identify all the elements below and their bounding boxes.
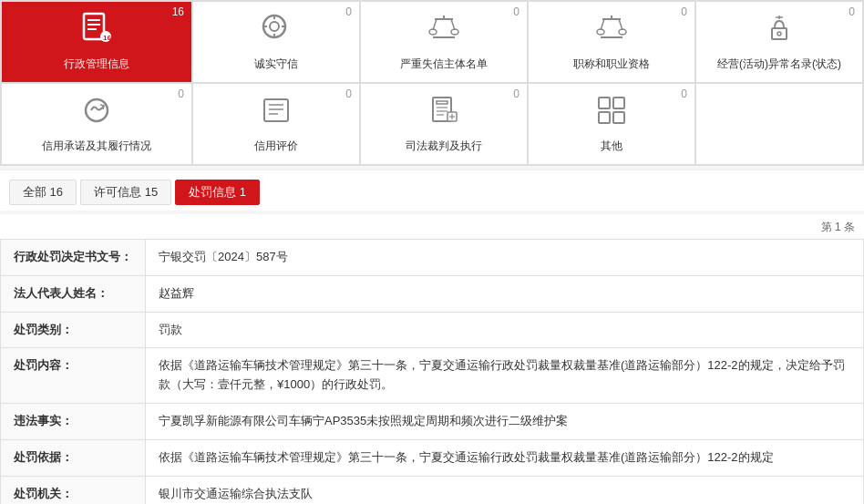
xinyong-chengnuo-label: 信用承诺及其履行情况 — [42, 139, 151, 154]
yanzhong-label: 严重失信主体名单 — [400, 57, 488, 72]
category-jingying[interactable]: 0 经营(活动)异常名录(状态) — [695, 1, 863, 83]
sifa-icon — [427, 94, 460, 133]
table-row: 处罚机关： 银川市交通运输综合执法支队 — [1, 476, 864, 504]
svg-point-27 — [777, 32, 781, 36]
field-value-3: 依据《道路运输车辆技术管理规定》第三十一条，宁夏交通运输行政处罚裁量权裁量基准(… — [146, 348, 864, 404]
chengxin-icon — [260, 12, 293, 51]
svg-point-30 — [86, 99, 108, 121]
admin-info-icon: 16 — [80, 12, 113, 51]
field-label-6: 处罚机关： — [1, 476, 146, 504]
svg-rect-36 — [437, 101, 447, 104]
svg-line-21 — [601, 19, 604, 30]
field-label-4: 违法事实： — [1, 403, 146, 439]
field-value-4: 宁夏凯孚新能源有限公司车辆宁AP3535未按照规定周期和频次进行二级维护案 — [146, 403, 864, 439]
result-count: 第 1 条 — [0, 214, 864, 239]
yanzhong-icon — [427, 12, 460, 51]
chengxin-badge: 0 — [345, 5, 352, 18]
yanzhong-badge: 0 — [513, 5, 519, 18]
category-chengxin[interactable]: 0 诚实守信 — [192, 1, 360, 83]
svg-line-16 — [451, 19, 455, 30]
table-row: 行政处罚决定书文号： 宁银交罚〔2024〕587号 — [1, 240, 864, 276]
category-admin-info[interactable]: 16 16 行政管理信息 — [1, 1, 192, 83]
category-sifa[interactable]: 0 司法裁判及执行 — [360, 83, 528, 165]
sifa-label: 司法裁判及执行 — [406, 139, 482, 154]
svg-rect-46 — [613, 112, 624, 123]
svg-line-23 — [619, 19, 622, 30]
jingying-icon — [763, 12, 796, 51]
table-row: 处罚内容： 依据《道路运输车辆技术管理规定》第三十一条，宁夏交通运输行政处罚裁量… — [1, 348, 864, 404]
xinyong-chengnuo-icon — [80, 94, 113, 133]
tab-permit[interactable]: 许可信息 15 — [80, 180, 171, 205]
xinyong-chengnuo-badge: 0 — [178, 87, 184, 100]
svg-rect-31 — [264, 99, 288, 121]
zhicheng-icon — [595, 12, 628, 51]
xinyong-pingjia-icon — [260, 94, 293, 133]
field-value-1: 赵益辉 — [146, 275, 864, 312]
category-qita[interactable]: 0 其他 — [528, 83, 695, 165]
category-xinyong-chengnuo[interactable]: 0 信用承诺及其履行情况 — [1, 83, 192, 165]
svg-rect-45 — [599, 112, 610, 123]
admin-info-badge: 16 — [172, 5, 184, 18]
zhicheng-badge: 0 — [681, 5, 687, 18]
tab-all[interactable]: 全部 16 — [9, 180, 77, 205]
svg-rect-44 — [613, 98, 624, 108]
jingying-badge: 0 — [849, 5, 855, 18]
svg-line-14 — [433, 19, 437, 30]
field-label-5: 处罚依据： — [1, 439, 146, 476]
qita-icon — [595, 94, 628, 133]
field-value-6: 银川市交通运输综合执法支队 — [146, 476, 864, 504]
category-zhicheng[interactable]: 0 职称和职业资格 — [528, 1, 695, 83]
field-label-1: 法人代表人姓名： — [1, 275, 146, 312]
category-yanzhong[interactable]: 0 严重失信主体名单 — [360, 1, 528, 83]
sifa-badge: 0 — [513, 87, 519, 100]
field-value-0: 宁银交罚〔2024〕587号 — [146, 240, 864, 276]
svg-point-7 — [270, 22, 279, 31]
qita-badge: 0 — [681, 87, 687, 100]
field-label-0: 行政处罚决定书文号： — [1, 240, 146, 276]
field-label-3: 处罚内容： — [1, 348, 146, 404]
admin-info-label: 行政管理信息 — [64, 57, 129, 72]
xinyong-pingjia-label: 信用评价 — [254, 139, 298, 154]
chengxin-label: 诚实守信 — [254, 57, 298, 72]
svg-rect-26 — [772, 28, 787, 39]
tabs-bar: 全部 16 许可信息 15 处罚信息 1 — [0, 170, 864, 211]
table-row: 处罚类别： 罚款 — [1, 312, 864, 348]
xinyong-pingjia-badge: 0 — [345, 87, 352, 100]
table-row: 违法事实： 宁夏凯孚新能源有限公司车辆宁AP3535未按照规定周期和频次进行二级… — [1, 403, 864, 439]
table-row: 法人代表人姓名： 赵益辉 — [1, 275, 864, 312]
field-label-2: 处罚类别： — [1, 312, 146, 348]
category-empty — [695, 83, 863, 165]
table-row: 处罚依据： 依据《道路运输车辆技术管理规定》第三十一条，宁夏交通运输行政处罚裁量… — [1, 439, 864, 476]
svg-text:16: 16 — [103, 34, 111, 42]
zhicheng-label: 职称和职业资格 — [573, 57, 650, 72]
field-value-2: 罚款 — [146, 312, 864, 348]
jingying-label: 经营(活动)异常名录(状态) — [717, 57, 841, 72]
qita-label: 其他 — [601, 139, 622, 154]
field-value-5: 依据《道路运输车辆技术管理规定》第三十一条，宁夏交通运输行政处罚裁量权裁量基准(… — [146, 439, 864, 476]
tab-penalty[interactable]: 处罚信息 1 — [175, 180, 260, 205]
detail-table: 行政处罚决定书文号： 宁银交罚〔2024〕587号 法人代表人姓名： 赵益辉 处… — [0, 239, 864, 504]
svg-rect-43 — [599, 98, 610, 108]
detail-section: 行政处罚决定书文号： 宁银交罚〔2024〕587号 法人代表人姓名： 赵益辉 处… — [0, 239, 864, 504]
category-xinyong-pingjia[interactable]: 0 信用评价 — [192, 83, 360, 165]
top-category-grid: 16 16 行政管理信息 0 — [0, 0, 864, 166]
